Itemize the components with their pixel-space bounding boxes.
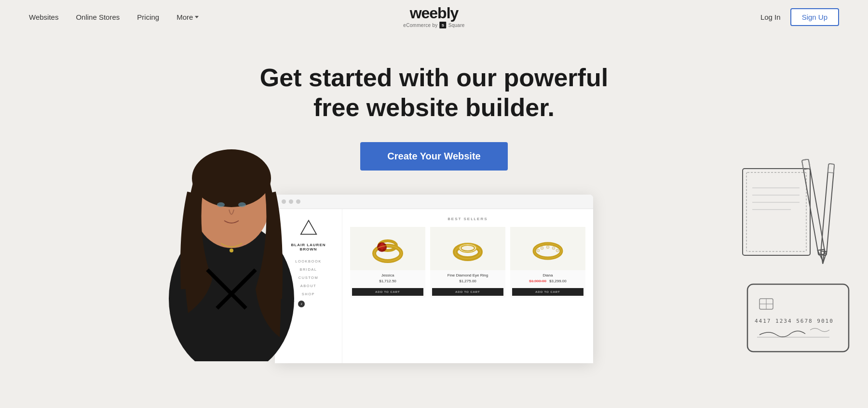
mock-cart-badge: 2 <box>298 301 305 307</box>
mock-brand-name: BLAIR LAUREN BROWN <box>283 243 334 251</box>
svg-rect-1 <box>221 217 242 246</box>
svg-point-4 <box>217 202 225 207</box>
logo-sub: eCommerce by S Square <box>403 22 464 28</box>
doodles-right: 4417 1234 5678 9010 <box>733 159 868 363</box>
product-card-diana: Diana $1,900.00 $3,299.00 ADD TO CART <box>510 227 585 298</box>
product-price-old-diana: $1,900.00 <box>529 279 546 283</box>
browser-area: BLAIR LAUREN BROWN LOOKBOOK BRIDAL CUSTO… <box>0 195 868 363</box>
product-image-diana <box>510 227 585 270</box>
product-price-diana: $1,900.00 $3,299.00 <box>512 279 583 283</box>
svg-rect-33 <box>821 164 835 255</box>
mock-section-title: BEST SELLERS <box>350 217 585 221</box>
product-price-jessica: $1,712.50 <box>352 279 423 283</box>
nav-online-stores[interactable]: Online Stores <box>76 13 120 21</box>
svg-point-5 <box>238 202 246 207</box>
product-price-diamond: $1,275.00 <box>432 279 503 283</box>
svg-marker-31 <box>818 249 827 262</box>
add-cart-diamond[interactable]: ADD TO CART <box>432 288 503 296</box>
browser-dot-3 <box>296 199 300 204</box>
svg-rect-35 <box>828 164 835 173</box>
product-card-jessica: Jessica $1,712.50 ADD TO CART <box>350 227 425 298</box>
logo-text: weebly <box>403 5 464 21</box>
chevron-down-icon <box>195 16 199 18</box>
product-price-new-diana: $3,299.00 <box>549 279 567 283</box>
nav-left: Websites Online Stores Pricing More <box>29 13 199 21</box>
square-icon: S <box>440 22 447 28</box>
svg-point-19 <box>541 247 543 250</box>
product-info-diana: Diana $1,900.00 $3,299.00 ADD TO CART <box>510 270 585 298</box>
hero-headline: Get started with our powerful free websi… <box>256 63 612 123</box>
product-name-jessica: Jessica <box>352 273 423 277</box>
svg-marker-34 <box>820 251 827 264</box>
add-cart-jessica[interactable]: ADD TO CART <box>352 288 423 296</box>
svg-rect-24 <box>743 169 810 255</box>
svg-marker-7 <box>300 220 316 234</box>
hero-section: Get started with our powerful free websi… <box>0 34 868 363</box>
svg-rect-36 <box>747 284 849 352</box>
svg-point-6 <box>230 249 233 252</box>
mock-sidebar: BLAIR LAUREN BROWN LOOKBOOK BRIDAL CUSTO… <box>275 209 342 363</box>
mock-cart-label: CART <box>283 300 295 304</box>
browser-bar <box>275 195 593 209</box>
nav-more[interactable]: More <box>176 13 199 21</box>
navbar: Websites Online Stores Pricing More weeb… <box>0 0 868 34</box>
product-image-diamond <box>430 227 505 270</box>
login-button[interactable]: Log In <box>760 13 781 21</box>
products-grid: Jessica $1,712.50 ADD TO CART <box>350 227 585 298</box>
logo[interactable]: weebly eCommerce by S Square <box>403 5 464 28</box>
svg-point-3 <box>192 149 271 207</box>
svg-point-2 <box>193 157 270 248</box>
product-name-diana: Diana <box>512 273 583 277</box>
mock-main: BEST SELLERS <box>342 209 593 363</box>
product-name-diamond: Fine Diamond Eye Ring <box>432 273 503 277</box>
mock-nav-shop: SHOP <box>283 292 334 296</box>
svg-text:4417 1234 5678 9010: 4417 1234 5678 9010 <box>755 318 834 324</box>
svg-rect-30 <box>802 159 826 255</box>
product-info-diamond: Fine Diamond Eye Ring $1,275.00 ADD TO C… <box>430 270 505 298</box>
nav-websites[interactable]: Websites <box>29 13 58 21</box>
browser-dot-1 <box>282 199 286 204</box>
mock-cart: CART 2 <box>283 300 334 308</box>
svg-point-20 <box>546 246 549 249</box>
browser-mockup: BLAIR LAUREN BROWN LOOKBOOK BRIDAL CUSTO… <box>275 195 593 363</box>
mock-nav-custom: CUSTOM <box>283 276 334 280</box>
svg-point-21 <box>552 247 555 250</box>
svg-rect-37 <box>760 299 773 309</box>
mock-nav-about: ABOUT <box>283 284 334 288</box>
svg-point-18 <box>537 249 540 252</box>
nav-pricing[interactable]: Pricing <box>137 13 159 21</box>
svg-point-22 <box>556 249 559 252</box>
mock-nav-lookbook: LOOKBOOK <box>283 259 334 263</box>
add-cart-diana[interactable]: ADD TO CART <box>512 288 583 296</box>
product-image-jessica <box>350 227 425 270</box>
browser-content: BLAIR LAUREN BROWN LOOKBOOK BRIDAL CUSTO… <box>275 209 593 363</box>
signup-button[interactable]: Sign Up <box>790 8 839 26</box>
product-card-diamond: Fine Diamond Eye Ring $1,275.00 ADD TO C… <box>430 227 505 298</box>
svg-rect-25 <box>746 172 806 251</box>
browser-dot-2 <box>289 199 293 204</box>
nav-right: Log In Sign Up <box>760 8 839 26</box>
mock-brand-logo <box>300 219 317 236</box>
product-info-jessica: Jessica $1,712.50 ADD TO CART <box>350 270 425 298</box>
svg-point-12 <box>374 246 401 261</box>
mock-nav-bridal: BRIDAL <box>283 267 334 272</box>
create-website-button[interactable]: Create Your Website <box>360 142 507 171</box>
svg-rect-32 <box>802 159 810 170</box>
